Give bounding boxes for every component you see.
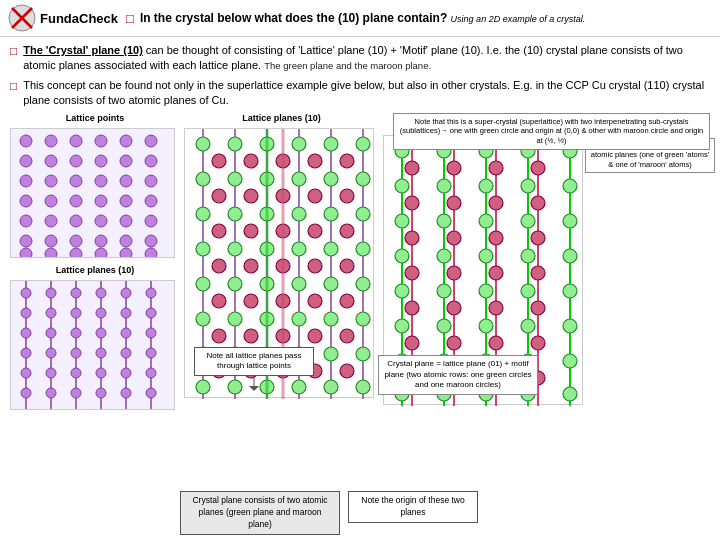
svg-point-244 <box>489 196 503 210</box>
svg-point-122 <box>292 312 306 326</box>
svg-point-60 <box>96 308 106 318</box>
svg-point-222 <box>563 179 577 193</box>
svg-point-175 <box>340 364 354 378</box>
header-question-note: Using an 2D example of a crystal. <box>451 14 586 24</box>
svg-point-39 <box>20 248 32 258</box>
svg-point-247 <box>489 301 503 315</box>
svg-point-193 <box>395 284 409 298</box>
svg-point-85 <box>121 388 131 398</box>
svg-point-71 <box>71 348 81 358</box>
svg-point-202 <box>437 319 451 333</box>
svg-point-73 <box>121 348 131 358</box>
svg-point-142 <box>212 189 226 203</box>
svg-point-207 <box>479 214 493 228</box>
svg-point-105 <box>228 277 242 291</box>
svg-point-150 <box>244 224 258 238</box>
svg-point-18 <box>95 175 107 187</box>
svg-point-248 <box>489 336 503 350</box>
svg-point-28 <box>45 215 57 227</box>
svg-point-55 <box>121 288 131 298</box>
svg-point-62 <box>146 308 156 318</box>
svg-point-224 <box>563 249 577 263</box>
svg-point-31 <box>120 215 132 227</box>
svg-point-51 <box>21 288 31 298</box>
svg-point-103 <box>228 207 242 221</box>
svg-point-208 <box>479 249 493 263</box>
svg-point-33 <box>20 235 32 247</box>
svg-point-97 <box>196 277 210 291</box>
svg-point-145 <box>212 294 226 308</box>
svg-point-135 <box>356 207 370 221</box>
svg-point-53 <box>71 288 81 298</box>
svg-point-210 <box>479 319 493 333</box>
svg-point-225 <box>563 284 577 298</box>
svg-point-226 <box>563 319 577 333</box>
svg-point-239 <box>447 266 461 280</box>
svg-point-126 <box>324 172 338 186</box>
svg-point-14 <box>145 155 157 167</box>
svg-point-61 <box>121 308 131 318</box>
middle-panel: Lattice planes (10) <box>184 113 379 453</box>
svg-point-120 <box>292 242 306 256</box>
svg-point-42 <box>95 248 107 258</box>
svg-point-117 <box>292 137 306 151</box>
svg-point-255 <box>531 336 545 350</box>
svg-point-86 <box>146 388 156 398</box>
svg-point-84 <box>96 388 106 398</box>
funda-check-icon <box>8 4 36 32</box>
svg-point-70 <box>46 348 56 358</box>
main-content: □ The 'Crystal' plane (10) can be though… <box>0 37 720 459</box>
svg-point-21 <box>20 195 32 207</box>
svg-point-69 <box>21 348 31 358</box>
svg-point-24 <box>95 195 107 207</box>
svg-point-9 <box>20 155 32 167</box>
svg-point-164 <box>308 224 322 238</box>
svg-point-190 <box>395 179 409 193</box>
svg-point-78 <box>96 368 106 378</box>
svg-point-146 <box>212 329 226 343</box>
svg-point-96 <box>196 242 210 256</box>
svg-point-234 <box>405 336 419 350</box>
svg-point-216 <box>521 249 535 263</box>
svg-point-74 <box>146 348 156 358</box>
bottom-annotations: Crystal plane consists of two atomic pla… <box>180 491 478 535</box>
svg-point-104 <box>228 242 242 256</box>
svg-point-34 <box>45 235 57 247</box>
svg-point-152 <box>244 294 258 308</box>
note-origin-box: Note the origin of these two planes <box>348 491 478 523</box>
crystal-plane-callout: Crystal plane = lattice plane (01) + mot… <box>378 355 538 394</box>
right-panel: Note that this is a super-crystal (super… <box>383 113 710 453</box>
svg-point-137 <box>356 277 370 291</box>
superlattice-text: Note that this is a super-crystal (super… <box>393 113 710 150</box>
svg-point-30 <box>95 215 107 227</box>
header-question-main: In the crystal below what does the (10) … <box>140 11 447 25</box>
svg-point-32 <box>145 215 157 227</box>
svg-point-22 <box>45 195 57 207</box>
svg-point-5 <box>70 135 82 147</box>
svg-point-236 <box>447 161 461 175</box>
svg-point-134 <box>356 172 370 186</box>
svg-point-140 <box>356 380 370 394</box>
bullet-1-icon: □ <box>10 44 17 58</box>
svg-point-131 <box>324 347 338 361</box>
svg-point-149 <box>244 189 258 203</box>
svg-point-76 <box>46 368 56 378</box>
svg-point-237 <box>447 196 461 210</box>
svg-point-75 <box>21 368 31 378</box>
svg-point-13 <box>120 155 132 167</box>
svg-point-151 <box>244 259 258 273</box>
svg-point-68 <box>146 328 156 338</box>
svg-point-173 <box>340 294 354 308</box>
svg-point-143 <box>212 224 226 238</box>
svg-point-231 <box>405 231 419 245</box>
svg-point-125 <box>324 137 338 151</box>
superlattice-callout: Note that this is a super-crystal (super… <box>393 113 710 150</box>
svg-point-165 <box>308 259 322 273</box>
svg-point-230 <box>405 196 419 210</box>
svg-point-106 <box>228 312 242 326</box>
svg-point-67 <box>121 328 131 338</box>
svg-point-228 <box>563 387 577 401</box>
crystal-plane-callout-text: Crystal plane = lattice plane (01) + mot… <box>378 355 538 394</box>
svg-point-93 <box>196 137 210 151</box>
svg-point-172 <box>340 259 354 273</box>
